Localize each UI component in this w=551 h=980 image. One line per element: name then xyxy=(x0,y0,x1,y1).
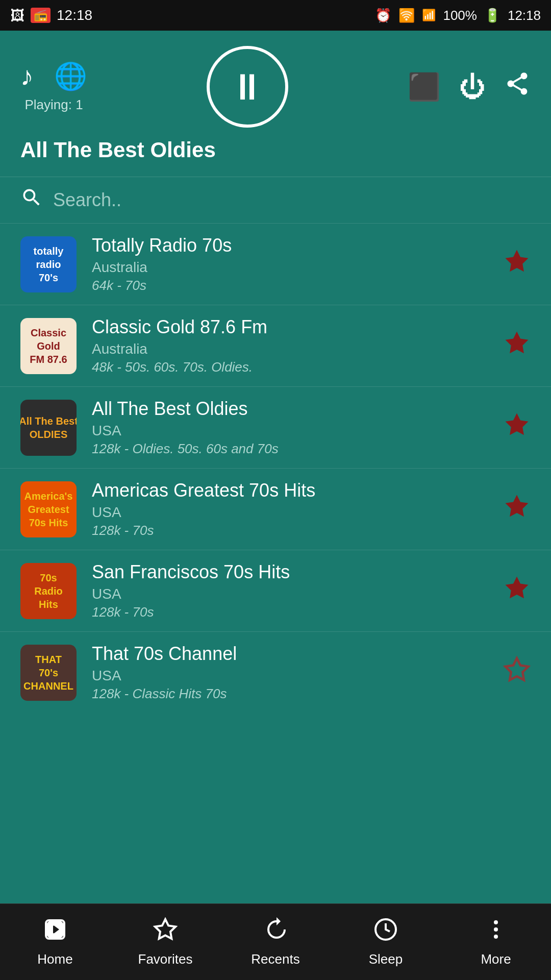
station-logo-5: 70s Radio Hits xyxy=(20,563,77,619)
station-name-5: San Franciscos 70s Hits xyxy=(92,561,493,583)
station-meta-3: 128k - Oldies. 50s. 60s and 70s xyxy=(92,441,493,457)
station-meta-4: 128k - 70s xyxy=(92,523,493,538)
search-bar xyxy=(0,177,551,223)
player-right: ⬛ ⏻ xyxy=(408,70,531,103)
favorite-star-4[interactable] xyxy=(503,493,531,526)
station-item-4[interactable]: America's Greatest 70s HitsAmericas Grea… xyxy=(0,468,551,550)
music-note-icon[interactable]: ♪ xyxy=(20,61,34,92)
station-country-5: USA xyxy=(92,586,493,602)
station-name-2: Classic Gold 87.6 Fm xyxy=(92,316,493,338)
favorite-star-5[interactable] xyxy=(503,574,531,608)
station-name-1: Totally Radio 70s xyxy=(92,235,493,256)
favorite-star-1[interactable] xyxy=(503,248,531,281)
pause-button[interactable]: ⏸ xyxy=(207,46,288,128)
station-logo-6: THAT 70's CHANNEL xyxy=(20,645,77,701)
search-input[interactable] xyxy=(53,189,531,211)
svg-point-5 xyxy=(494,935,498,939)
wifi-icon: 🛜 xyxy=(398,8,415,23)
nav-more[interactable]: More xyxy=(441,917,551,967)
station-name-3: All The Best Oldies xyxy=(92,398,493,420)
station-country-1: Australia xyxy=(92,259,493,276)
station-list: totally radio 70'sTotally Radio 70sAustr… xyxy=(0,223,551,903)
nav-favorites-label: Favorites xyxy=(138,951,193,967)
station-logo-1: totally radio 70's xyxy=(20,236,77,292)
globe-icon[interactable]: 🌐 xyxy=(54,61,87,92)
pause-icon: ⏸ xyxy=(229,68,266,105)
nav-sleep[interactable]: Sleep xyxy=(331,917,441,967)
recents-icon xyxy=(263,917,288,947)
station-country-4: USA xyxy=(92,504,493,521)
signal-icon: 📶 xyxy=(422,9,436,22)
sleep-icon xyxy=(373,917,398,947)
battery-percent: 100% xyxy=(443,8,477,23)
station-meta-5: 128k - 70s xyxy=(92,604,493,620)
nav-home[interactable]: Home xyxy=(0,917,110,967)
status-number: 12:18 xyxy=(57,7,92,23)
player-left: ♪ 🌐 Playing: 1 xyxy=(20,61,87,113)
station-info-4: Americas Greatest 70s HitsUSA128k - 70s xyxy=(92,480,493,538)
station-info-2: Classic Gold 87.6 FmAustralia48k - 50s. … xyxy=(92,316,493,375)
player-header: ♪ 🌐 Playing: 1 ⏸ ⬛ ⏻ xyxy=(0,31,551,138)
station-item-5[interactable]: 70s Radio HitsSan Franciscos 70s HitsUSA… xyxy=(0,550,551,631)
playing-label: Playing: 1 xyxy=(24,97,83,113)
now-playing-title: All The Best Oldies xyxy=(20,138,216,162)
main-content: ♪ 🌐 Playing: 1 ⏸ ⬛ ⏻ All The Best Oldies xyxy=(0,31,551,903)
now-playing-section: All The Best Oldies xyxy=(0,138,551,177)
station-country-6: USA xyxy=(92,668,493,684)
nav-sleep-label: Sleep xyxy=(369,951,403,967)
station-country-3: USA xyxy=(92,423,493,439)
svg-point-4 xyxy=(494,927,498,932)
photo-icon: 🖼 xyxy=(10,7,24,24)
power-icon[interactable]: ⏻ xyxy=(459,71,486,102)
station-meta-6: 128k - Classic Hits 70s xyxy=(92,686,493,702)
station-name-6: That 70s Channel xyxy=(92,643,493,665)
station-info-6: That 70s ChannelUSA128k - Classic Hits 7… xyxy=(92,643,493,702)
station-item-2[interactable]: Classic Gold FM 87.6Classic Gold 87.6 Fm… xyxy=(0,305,551,386)
station-item-1[interactable]: totally radio 70'sTotally Radio 70sAustr… xyxy=(0,223,551,305)
home-icon xyxy=(43,917,67,947)
station-info-3: All The Best OldiesUSA128k - Oldies. 50s… xyxy=(92,398,493,457)
share-icon[interactable] xyxy=(504,70,531,103)
station-meta-2: 48k - 50s. 60s. 70s. Oldies. xyxy=(92,359,493,375)
favorite-star-3[interactable] xyxy=(503,411,531,445)
status-left: 🖼 📻 12:18 xyxy=(10,7,92,24)
nav-more-label: More xyxy=(481,951,511,967)
app-icon: 📻 xyxy=(31,8,51,23)
player-left-icons: ♪ 🌐 xyxy=(20,61,87,92)
nav-recents[interactable]: Recents xyxy=(220,917,331,967)
station-meta-1: 64k - 70s xyxy=(92,278,493,293)
more-icon xyxy=(484,917,508,947)
nav-favorites[interactable]: Favorites xyxy=(110,917,220,967)
nav-recents-label: Recents xyxy=(251,951,299,967)
status-right: ⏰ 🛜 📶 100% 🔋 12:18 xyxy=(375,8,541,23)
status-bar: 🖼 📻 12:18 ⏰ 🛜 📶 100% 🔋 12:18 xyxy=(0,0,551,31)
favorite-star-6[interactable] xyxy=(503,656,531,690)
station-info-1: Totally Radio 70sAustralia64k - 70s xyxy=(92,235,493,293)
search-icon xyxy=(20,186,43,214)
station-logo-2: Classic Gold FM 87.6 xyxy=(20,318,77,374)
favorites-icon xyxy=(153,917,178,947)
nav-home-label: Home xyxy=(37,951,72,967)
battery-icon: 🔋 xyxy=(484,8,500,23)
station-logo-4: America's Greatest 70s Hits xyxy=(20,481,77,537)
station-info-5: San Franciscos 70s HitsUSA128k - 70s xyxy=(92,561,493,620)
stop-icon[interactable]: ⬛ xyxy=(408,71,441,103)
station-item-6[interactable]: THAT 70's CHANNELThat 70s ChannelUSA128k… xyxy=(0,631,551,713)
station-name-4: Americas Greatest 70s Hits xyxy=(92,480,493,501)
station-country-2: Australia xyxy=(92,341,493,357)
svg-point-3 xyxy=(494,920,498,924)
alarm-icon: ⏰ xyxy=(375,8,391,23)
station-item-3[interactable]: All The Best OLDIESAll The Best OldiesUS… xyxy=(0,386,551,468)
favorite-star-2[interactable] xyxy=(503,329,531,363)
station-logo-3: All The Best OLDIES xyxy=(20,400,77,456)
bottom-nav: Home Favorites Recents Sleep xyxy=(0,903,551,980)
clock-status: 12:18 xyxy=(508,8,541,23)
